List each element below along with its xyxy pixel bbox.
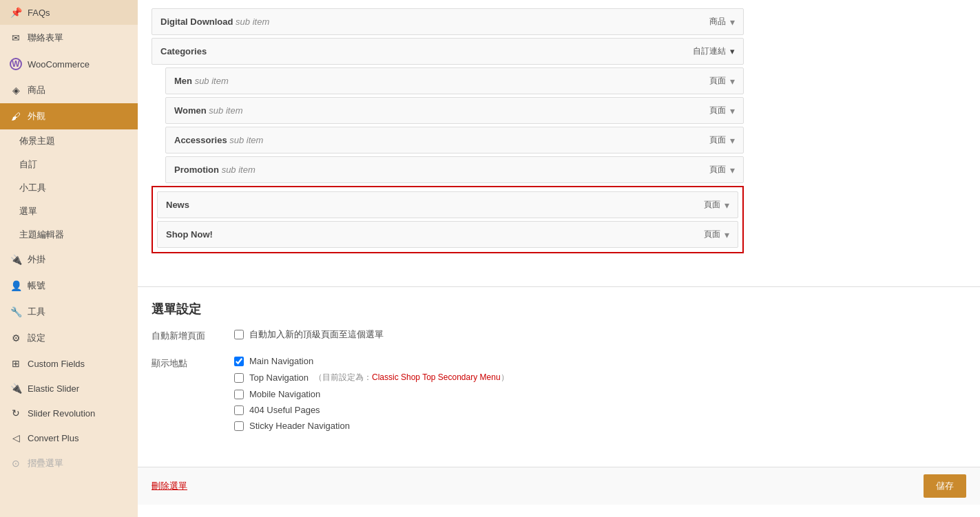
- sidebar-item-theme-editor[interactable]: 主題編輯器: [0, 223, 138, 246]
- location-label: Top Navigation: [249, 372, 309, 383]
- sidebar-item-custom-fields[interactable]: ⊞ Custom Fields: [0, 351, 138, 376]
- sidebar-item-faqs[interactable]: 📌 FAQs: [0, 0, 138, 25]
- sidebar-item-appearance[interactable]: 🖌 外觀: [0, 103, 138, 129]
- sidebar-item-elastic-slider[interactable]: 🔌 Elastic Slider: [0, 376, 138, 401]
- top-navigation-checkbox[interactable]: [234, 373, 244, 383]
- chevron-down-icon[interactable]: ▾: [730, 135, 735, 146]
- item-label: Shop Now!: [166, 229, 704, 240]
- mail-icon: ✉: [10, 32, 22, 43]
- menu-item-categories[interactable]: Categories 自訂連結 ▾: [152, 38, 744, 65]
- item-type: 頁面: [704, 229, 720, 240]
- sidebar-item-label: Custom Fields: [28, 359, 85, 369]
- display-location-row: 顯示地點 Main Navigation Top Navigation （目前設…: [152, 356, 966, 436]
- custom-fields-icon: ⊞: [10, 358, 22, 369]
- auto-add-desc: 自動加入新的頂級頁面至這個選單: [249, 328, 384, 341]
- sidebar: 📌 FAQs ✉ 聯絡表單 W WooCommerce ◈ 商品 🖌 外觀 佈景…: [0, 0, 138, 517]
- product-icon: ◈: [10, 85, 22, 96]
- item-label: Categories: [160, 46, 693, 56]
- sidebar-item-settings[interactable]: ⚙ 設定: [0, 325, 138, 351]
- menu-item-news[interactable]: News 頁面 ▾: [157, 191, 738, 218]
- location-404-pages: 404 Useful Pages: [234, 405, 966, 415]
- sidebar-sub-label: 主題編輯器: [19, 229, 64, 241]
- item-type: 頁面: [709, 164, 726, 176]
- menu-item-promotion[interactable]: Promotion sub item 頁面 ▾: [165, 156, 744, 183]
- location-sticky-header: Sticky Header Navigation: [234, 421, 966, 431]
- sidebar-item-fold-menu[interactable]: ⊙ 摺疊選單: [0, 450, 138, 476]
- auto-add-row: 自動新增頁面 自動加入新的頂級頁面至這個選單: [152, 328, 966, 346]
- chevron-down-icon[interactable]: ▾: [730, 165, 735, 176]
- item-label: Women sub item: [174, 105, 709, 116]
- 404-pages-checkbox[interactable]: [234, 405, 244, 415]
- sidebar-item-users[interactable]: 👤 帳號: [0, 273, 138, 299]
- settings-title: 選單設定: [152, 301, 966, 317]
- location-label: 404 Useful Pages: [249, 405, 320, 415]
- sidebar-item-customize[interactable]: 自訂: [0, 153, 138, 176]
- sidebar-item-themes[interactable]: 佈景主題: [0, 129, 138, 153]
- sidebar-item-tools[interactable]: 🔧 工具: [0, 299, 138, 325]
- delete-menu-link[interactable]: 刪除選單: [152, 480, 187, 492]
- item-label: News: [166, 200, 704, 210]
- sidebar-sub-label: 佈景主題: [19, 135, 55, 147]
- auto-add-label: 自動新增頁面: [152, 328, 234, 342]
- sidebar-item-label: Slider Revolution: [28, 408, 95, 419]
- slider-icon: ↻: [10, 408, 22, 419]
- location-label: Main Navigation: [249, 356, 313, 366]
- sidebar-item-widgets[interactable]: 小工具: [0, 176, 138, 200]
- sidebar-item-label: WooCommerce: [28, 59, 90, 70]
- chevron-down-icon[interactable]: ▾: [730, 105, 735, 116]
- sidebar-item-label: FAQs: [28, 8, 50, 18]
- sidebar-sub-label: 自訂: [19, 158, 37, 171]
- settings-icon: ⚙: [10, 333, 22, 344]
- main-navigation-checkbox[interactable]: [234, 357, 244, 366]
- menu-item-accessories[interactable]: Accessories sub item 頁面 ▾: [165, 127, 744, 154]
- menu-items-area: Digital Download sub item 商品 ▾ Categorie…: [138, 8, 758, 273]
- tools-icon: 🔧: [10, 306, 22, 317]
- location-mobile-navigation: Mobile Navigation: [234, 389, 966, 399]
- sidebar-item-label: 商品: [28, 84, 45, 96]
- chevron-down-icon[interactable]: ▾: [724, 200, 729, 211]
- sidebar-item-label: 設定: [28, 332, 45, 344]
- sticky-header-checkbox[interactable]: [234, 421, 244, 431]
- sidebar-item-label: 聯絡表單: [28, 32, 63, 44]
- sidebar-item-convert-plus[interactable]: ◁ Convert Plus: [0, 425, 138, 450]
- elastic-icon: 🔌: [10, 383, 22, 394]
- convert-icon: ◁: [10, 432, 22, 443]
- chevron-down-icon[interactable]: ▾: [730, 17, 735, 28]
- pin-icon: 📌: [10, 7, 22, 18]
- mobile-navigation-checkbox[interactable]: [234, 390, 244, 399]
- sidebar-item-plugins[interactable]: 🔌 外掛: [0, 246, 138, 273]
- bottom-bar: 刪除選單 儲存: [138, 467, 980, 505]
- menu-item-digital-download[interactable]: Digital Download sub item 商品 ▾: [152, 8, 744, 35]
- menu-item-women[interactable]: Women sub item 頁面 ▾: [165, 97, 744, 124]
- sidebar-item-menus[interactable]: 選單: [0, 200, 138, 223]
- sidebar-item-label: 工具: [28, 306, 45, 318]
- sidebar-item-label: 外觀: [28, 110, 45, 123]
- woo-icon: W: [10, 58, 22, 70]
- sidebar-item-woocommerce[interactable]: W WooCommerce: [0, 51, 138, 77]
- menu-item-shop-now[interactable]: Shop Now! 頁面 ▾: [157, 221, 738, 248]
- chevron-down-icon[interactable]: ▾: [730, 76, 735, 87]
- item-label: Digital Download sub item: [160, 17, 709, 27]
- item-label: Promotion sub item: [174, 165, 709, 175]
- chevron-down-icon[interactable]: ▾: [724, 229, 729, 240]
- auto-add-checkbox[interactable]: [234, 330, 244, 339]
- item-type: 頁面: [709, 105, 726, 116]
- item-type: 頁面: [709, 75, 726, 87]
- sidebar-item-slider-revolution[interactable]: ↻ Slider Revolution: [0, 401, 138, 425]
- item-type: 頁面: [704, 199, 720, 211]
- sidebar-item-products[interactable]: ◈ 商品: [0, 77, 138, 103]
- appearance-icon: 🖌: [10, 111, 22, 122]
- chevron-down-icon[interactable]: ▾: [730, 46, 735, 56]
- display-location-label: 顯示地點: [152, 356, 234, 370]
- sidebar-item-label: Convert Plus: [28, 433, 79, 443]
- sidebar-item-contact[interactable]: ✉ 聯絡表單: [0, 25, 138, 51]
- save-button[interactable]: 儲存: [924, 474, 966, 498]
- menu-item-men[interactable]: Men sub item 頁面 ▾: [165, 67, 744, 94]
- item-label: Accessories sub item: [174, 135, 709, 145]
- item-type: 自訂連結: [693, 45, 726, 57]
- sidebar-item-label: 外掛: [28, 253, 45, 266]
- item-type: 商品: [709, 16, 726, 28]
- item-label: Men sub item: [174, 76, 709, 86]
- auto-add-checkbox-row: 自動加入新的頂級頁面至這個選單: [234, 328, 966, 341]
- sidebar-item-label: 帳號: [28, 279, 45, 292]
